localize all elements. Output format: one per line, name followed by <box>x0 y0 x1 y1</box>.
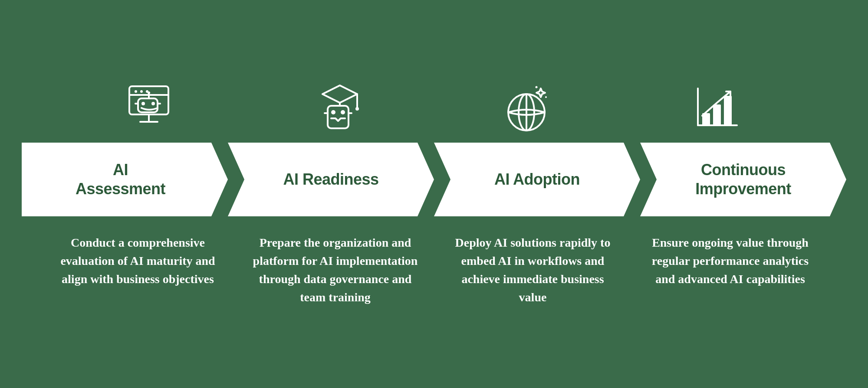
svg-point-13 <box>148 91 150 94</box>
desc-assessment: Conduct a comprehensive evaluation of AI… <box>39 234 237 306</box>
svg-point-19 <box>341 110 345 114</box>
svg-point-16 <box>355 107 359 111</box>
globe-sparkle-icon <box>503 82 555 134</box>
graduation-robot-icon <box>314 82 366 134</box>
svg-point-26 <box>535 86 537 88</box>
arrow-label-improvement: Continuous Improvement <box>687 160 800 198</box>
arrow-improvement: Continuous Improvement <box>640 143 846 216</box>
arrow-adoption: AI Adoption <box>434 143 640 216</box>
svg-rect-32 <box>724 96 732 125</box>
svg-point-27 <box>545 96 547 98</box>
arrow-label-assessment: AI Assessment <box>71 160 178 198</box>
svg-rect-17 <box>328 106 349 128</box>
svg-point-8 <box>141 102 145 105</box>
desc-readiness: Prepare the organization and platform fo… <box>237 234 434 306</box>
svg-point-3 <box>135 90 137 93</box>
arrows-row: AI Assessment AI Readiness AI Adoption C… <box>22 143 846 216</box>
computer-robot-icon <box>125 82 177 134</box>
svg-rect-31 <box>713 104 721 125</box>
chart-growth-icon <box>691 82 743 134</box>
icon-cell-improvement <box>623 82 812 138</box>
descriptions-row: Conduct a comprehensive evaluation of AI… <box>22 234 846 306</box>
desc-improvement: Ensure ongoing value through regular per… <box>631 234 829 306</box>
icon-cell-adoption <box>434 82 623 138</box>
svg-marker-14 <box>322 85 357 103</box>
svg-point-18 <box>331 110 335 114</box>
svg-point-4 <box>140 90 143 93</box>
main-container: AI Assessment AI Readiness AI Adoption C… <box>22 82 846 306</box>
svg-point-9 <box>151 102 155 105</box>
icons-row <box>22 82 846 138</box>
icon-cell-readiness <box>245 82 434 138</box>
icon-cell-assessment <box>56 82 245 138</box>
arrow-label-adoption: AI Adoption <box>486 170 589 189</box>
desc-adoption: Deploy AI solutions rapidly to embed AI … <box>434 234 631 306</box>
arrow-label-readiness: AI Readiness <box>274 170 387 189</box>
arrow-assessment: AI Assessment <box>22 143 228 216</box>
arrow-readiness: AI Readiness <box>228 143 434 216</box>
